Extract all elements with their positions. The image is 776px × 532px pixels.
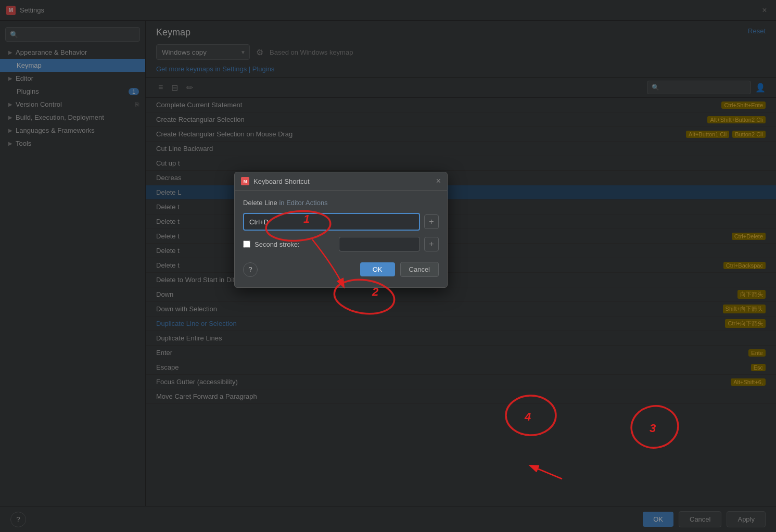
dialog-action-name: Delete Line xyxy=(243,199,277,207)
dialog-footer: ? OK Cancel xyxy=(243,260,439,279)
keyboard-shortcut-dialog: M Keyboard Shortcut × Delete Line in Edi… xyxy=(234,172,448,288)
dialog-ok-button[interactable]: OK xyxy=(360,262,395,276)
dialog-app-icon: M xyxy=(241,177,249,185)
second-stroke-checkbox[interactable] xyxy=(243,240,250,248)
dialog-body: Delete Line in Editor Actions Ctrl+D + S… xyxy=(235,191,447,287)
dialog-title-left: M Keyboard Shortcut xyxy=(241,177,310,185)
dialog-context: in Editor Actions xyxy=(279,199,327,207)
shortcut-value: Ctrl+D xyxy=(249,218,269,226)
dialog-overlay: M Keyboard Shortcut × Delete Line in Edi… xyxy=(0,0,776,532)
second-stroke-label: Second stroke: xyxy=(255,240,335,248)
second-stroke-row: Second stroke: + xyxy=(243,237,439,251)
dialog-close-button[interactable]: × xyxy=(436,176,441,186)
dialog-titlebar: M Keyboard Shortcut × xyxy=(235,172,447,191)
dialog-cancel-button[interactable]: Cancel xyxy=(400,262,439,277)
dialog-title-text: Keyboard Shortcut xyxy=(253,178,310,185)
shortcut-input[interactable]: Ctrl+D xyxy=(243,213,420,231)
add-shortcut-button[interactable]: + xyxy=(424,214,439,229)
shortcut-input-row: Ctrl+D + xyxy=(243,213,439,231)
second-stroke-input[interactable] xyxy=(339,237,420,251)
dialog-help-button[interactable]: ? xyxy=(243,262,258,277)
add-second-stroke-button[interactable]: + xyxy=(424,237,439,251)
dialog-subtitle: Delete Line in Editor Actions xyxy=(243,199,439,207)
